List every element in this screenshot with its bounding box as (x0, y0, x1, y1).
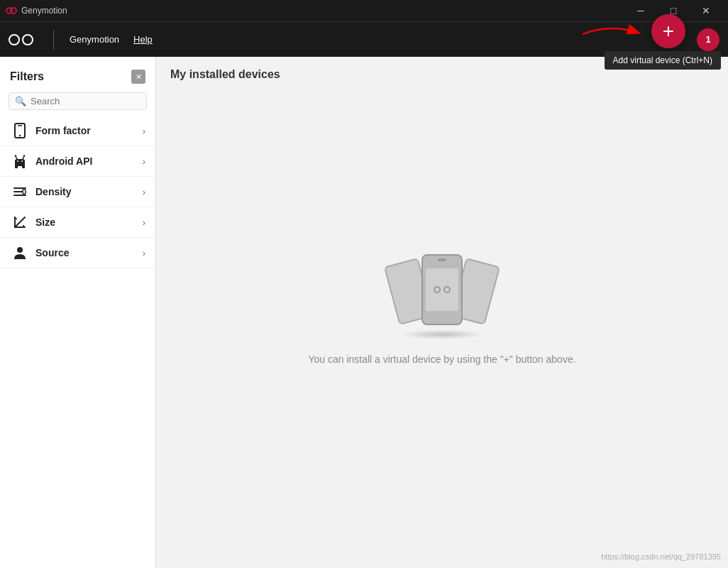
chevron-right-icon-android-api: › (143, 156, 145, 167)
add-virtual-device-tooltip: Add virtual device (Ctrl+N) (605, 51, 721, 70)
phone-dot-left (434, 286, 441, 293)
svg-rect-20 (23, 190, 26, 194)
menu-genymotion[interactable]: Genymotion (62, 30, 126, 49)
phone-center (421, 254, 463, 325)
search-input[interactable] (31, 96, 140, 106)
filter-item-source[interactable]: Source › (0, 238, 155, 268)
sidebar-title: Filters (10, 70, 44, 83)
density-icon (10, 184, 30, 200)
filter-label-android-api: Android API (35, 155, 143, 167)
menu-bar: Genymotion Help + Add virtual device (Ct… (0, 21, 728, 57)
svg-point-4 (19, 135, 21, 136)
logo-circles (9, 34, 33, 45)
filter-item-android-api[interactable]: Android API › (0, 146, 155, 177)
page-title: My installed devices (170, 68, 280, 80)
phone-icon (10, 123, 30, 138)
minimize-button[interactable]: ─ (624, 0, 657, 21)
arrow-annotation (583, 20, 646, 48)
logo (9, 34, 33, 45)
phone-center-dots (434, 286, 451, 293)
empty-state-text: You can install a virtual device by usin… (308, 354, 575, 365)
main-layout: Filters ✕ 🔍 Form factor › (0, 57, 728, 568)
menu-divider (53, 30, 54, 50)
title-bar-text: Genymotion (21, 6, 67, 16)
phone-center-screen (426, 268, 458, 311)
empty-state: You can install a virtual device by usin… (156, 87, 728, 568)
chevron-right-icon-form-factor: › (143, 126, 145, 136)
watermark: https://blog.csdn.net/qq_29781395 (601, 552, 721, 561)
svg-rect-10 (21, 163, 23, 166)
phone-dot-right (443, 286, 451, 293)
content-area: My installed devices Y (156, 57, 728, 568)
svg-point-15 (15, 155, 16, 156)
svg-point-11 (17, 160, 18, 162)
filter-item-size[interactable]: Size › (0, 207, 155, 238)
chevron-right-icon-size: › (143, 217, 145, 228)
phone-center-top (438, 258, 446, 261)
filter-label-size: Size (35, 217, 143, 228)
menu-help[interactable]: Help (126, 30, 160, 49)
search-icon: 🔍 (15, 96, 26, 106)
size-icon (10, 214, 30, 230)
chevron-right-icon-source: › (143, 248, 145, 258)
svg-rect-9 (17, 163, 19, 166)
phone-shadow (399, 329, 485, 339)
app-icon (6, 5, 17, 16)
svg-point-12 (21, 160, 23, 162)
chevron-right-icon-density: › (143, 187, 145, 197)
android-icon (10, 153, 30, 169)
clear-filters-button[interactable]: ✕ (131, 70, 145, 84)
title-bar-left: Genymotion (6, 5, 67, 16)
person-icon (10, 245, 30, 261)
sidebar-header: Filters ✕ (0, 64, 155, 87)
close-button[interactable]: ✕ (690, 0, 722, 21)
user-avatar[interactable]: 1 (697, 28, 719, 51)
title-bar: Genymotion ─ □ ✕ (0, 0, 728, 21)
svg-point-16 (23, 155, 25, 156)
filter-label-density: Density (35, 186, 143, 197)
logo-circle-left (9, 34, 20, 45)
filter-label-form-factor: Form factor (35, 125, 143, 136)
filter-label-source: Source (35, 247, 143, 258)
filter-item-density[interactable]: Density › (0, 177, 155, 207)
filter-item-form-factor[interactable]: Form factor › (0, 116, 155, 146)
logo-circle-right (22, 34, 33, 45)
phone-illustration (385, 247, 499, 339)
svg-point-24 (17, 247, 23, 253)
add-virtual-device-button[interactable]: + (651, 14, 685, 48)
sidebar: Filters ✕ 🔍 Form factor › (0, 57, 156, 568)
search-box: 🔍 (9, 92, 147, 110)
